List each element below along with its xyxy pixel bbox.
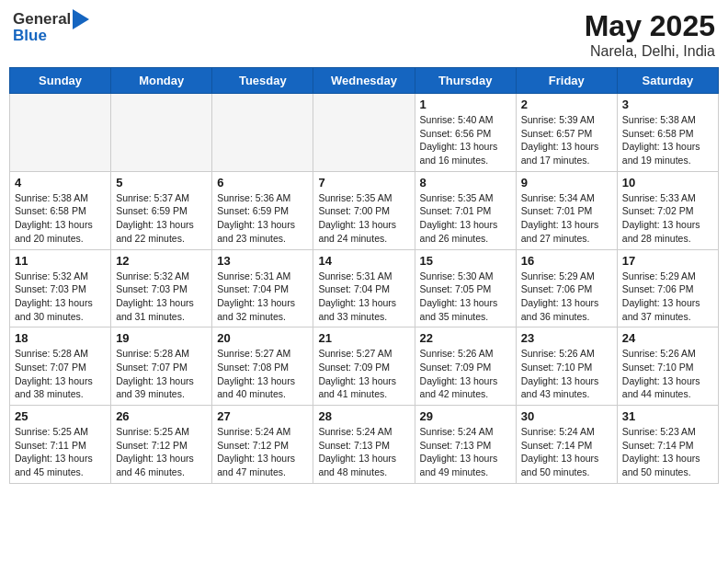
day-info: Sunrise: 5:35 AM Sunset: 7:01 PM Dayligh…: [420, 191, 511, 246]
calendar-day: 10Sunrise: 5:33 AM Sunset: 7:02 PM Dayli…: [617, 171, 718, 249]
day-header-saturday: Saturday: [617, 68, 718, 94]
calendar-day: [212, 94, 313, 172]
day-info: Sunrise: 5:25 AM Sunset: 7:11 PM Dayligh…: [15, 425, 106, 479]
day-info: Sunrise: 5:31 AM Sunset: 7:04 PM Dayligh…: [318, 270, 409, 324]
day-info: Sunrise: 5:35 AM Sunset: 7:00 PM Dayligh…: [318, 191, 409, 246]
calendar-day: 3Sunrise: 5:38 AM Sunset: 6:58 PM Daylig…: [617, 94, 718, 172]
calendar-day: 30Sunrise: 5:24 AM Sunset: 7:14 PM Dayli…: [516, 406, 617, 484]
calendar-week-row: 18Sunrise: 5:28 AM Sunset: 7:07 PM Dayli…: [10, 327, 719, 406]
day-number: 19: [116, 331, 207, 345]
calendar-day: 16Sunrise: 5:29 AM Sunset: 7:06 PM Dayli…: [516, 249, 617, 327]
day-header-sunday: Sunday: [10, 68, 111, 94]
calendar-day: 4Sunrise: 5:38 AM Sunset: 6:58 PM Daylig…: [10, 171, 111, 249]
day-number: 23: [521, 331, 612, 345]
calendar-day: 5Sunrise: 5:37 AM Sunset: 6:59 PM Daylig…: [111, 171, 212, 249]
calendar-day: 19Sunrise: 5:28 AM Sunset: 7:07 PM Dayli…: [111, 327, 212, 406]
day-info: Sunrise: 5:38 AM Sunset: 6:58 PM Dayligh…: [15, 191, 106, 246]
day-number: 7: [318, 176, 409, 190]
day-number: 5: [116, 176, 207, 190]
day-info: Sunrise: 5:38 AM Sunset: 6:58 PM Dayligh…: [622, 113, 713, 167]
day-info: Sunrise: 5:32 AM Sunset: 7:03 PM Dayligh…: [15, 270, 106, 324]
day-header-wednesday: Wednesday: [313, 68, 415, 94]
page-header: General Blue May 2025 Narela, Delhi, Ind…: [9, 9, 719, 60]
calendar-header-row: SundayMondayTuesdayWednesdayThursdayFrid…: [10, 68, 719, 94]
day-number: 10: [622, 176, 713, 190]
day-number: 24: [622, 331, 713, 345]
logo-general: General: [13, 10, 71, 29]
day-header-friday: Friday: [516, 68, 617, 94]
calendar-day: 18Sunrise: 5:28 AM Sunset: 7:07 PM Dayli…: [10, 327, 111, 406]
day-number: 1: [420, 98, 511, 111]
calendar-week-row: 11Sunrise: 5:32 AM Sunset: 7:03 PM Dayli…: [10, 249, 719, 327]
day-header-tuesday: Tuesday: [212, 68, 313, 94]
day-info: Sunrise: 5:23 AM Sunset: 7:14 PM Dayligh…: [622, 425, 713, 479]
page-title: May 2025: [585, 9, 715, 43]
day-number: 8: [420, 176, 511, 190]
page-subtitle: Narela, Delhi, India: [585, 43, 715, 60]
day-info: Sunrise: 5:33 AM Sunset: 7:02 PM Dayligh…: [622, 191, 713, 246]
day-info: Sunrise: 5:30 AM Sunset: 7:05 PM Dayligh…: [420, 270, 511, 324]
calendar-day: 20Sunrise: 5:27 AM Sunset: 7:08 PM Dayli…: [212, 327, 313, 406]
day-info: Sunrise: 5:40 AM Sunset: 6:56 PM Dayligh…: [420, 113, 511, 167]
calendar-day: 31Sunrise: 5:23 AM Sunset: 7:14 PM Dayli…: [617, 406, 718, 484]
day-info: Sunrise: 5:39 AM Sunset: 6:57 PM Dayligh…: [521, 113, 612, 167]
calendar-day: 12Sunrise: 5:32 AM Sunset: 7:03 PM Dayli…: [111, 249, 212, 327]
calendar-day: 8Sunrise: 5:35 AM Sunset: 7:01 PM Daylig…: [415, 171, 516, 249]
day-number: 6: [217, 176, 308, 190]
calendar-week-row: 4Sunrise: 5:38 AM Sunset: 6:58 PM Daylig…: [10, 171, 719, 249]
calendar-day: 21Sunrise: 5:27 AM Sunset: 7:09 PM Dayli…: [313, 327, 415, 406]
svg-marker-0: [73, 9, 89, 29]
day-number: 4: [15, 176, 106, 190]
day-info: Sunrise: 5:26 AM Sunset: 7:09 PM Dayligh…: [420, 347, 511, 401]
day-info: Sunrise: 5:27 AM Sunset: 7:08 PM Dayligh…: [217, 347, 308, 401]
calendar-day: 11Sunrise: 5:32 AM Sunset: 7:03 PM Dayli…: [10, 249, 111, 327]
calendar-day: 26Sunrise: 5:25 AM Sunset: 7:12 PM Dayli…: [111, 406, 212, 484]
day-header-thursday: Thursday: [415, 68, 516, 94]
day-info: Sunrise: 5:28 AM Sunset: 7:07 PM Dayligh…: [15, 347, 106, 401]
day-info: Sunrise: 5:34 AM Sunset: 7:01 PM Dayligh…: [521, 191, 612, 246]
day-info: Sunrise: 5:26 AM Sunset: 7:10 PM Dayligh…: [622, 347, 713, 401]
calendar-day: [111, 94, 212, 172]
day-info: Sunrise: 5:24 AM Sunset: 7:12 PM Dayligh…: [217, 425, 308, 479]
day-info: Sunrise: 5:24 AM Sunset: 7:14 PM Dayligh…: [521, 425, 612, 479]
day-number: 28: [318, 409, 409, 423]
day-number: 3: [622, 98, 713, 111]
logo: General Blue: [13, 9, 89, 45]
day-number: 31: [622, 409, 713, 423]
day-number: 18: [15, 331, 106, 345]
day-number: 20: [217, 331, 308, 345]
day-number: 15: [420, 254, 511, 268]
calendar-day: 28Sunrise: 5:24 AM Sunset: 7:13 PM Dayli…: [313, 406, 415, 484]
day-number: 14: [318, 254, 409, 268]
calendar-day: 13Sunrise: 5:31 AM Sunset: 7:04 PM Dayli…: [212, 249, 313, 327]
day-info: Sunrise: 5:28 AM Sunset: 7:07 PM Dayligh…: [116, 347, 207, 401]
calendar-day: 9Sunrise: 5:34 AM Sunset: 7:01 PM Daylig…: [516, 171, 617, 249]
day-info: Sunrise: 5:37 AM Sunset: 6:59 PM Dayligh…: [116, 191, 207, 246]
day-number: 22: [420, 331, 511, 345]
day-info: Sunrise: 5:32 AM Sunset: 7:03 PM Dayligh…: [116, 270, 207, 324]
calendar-week-row: 25Sunrise: 5:25 AM Sunset: 7:11 PM Dayli…: [10, 406, 719, 484]
calendar-day: 29Sunrise: 5:24 AM Sunset: 7:13 PM Dayli…: [415, 406, 516, 484]
calendar-day: 1Sunrise: 5:40 AM Sunset: 6:56 PM Daylig…: [415, 94, 516, 172]
day-header-monday: Monday: [111, 68, 212, 94]
day-info: Sunrise: 5:31 AM Sunset: 7:04 PM Dayligh…: [217, 270, 308, 324]
day-info: Sunrise: 5:25 AM Sunset: 7:12 PM Dayligh…: [116, 425, 207, 479]
day-number: 16: [521, 254, 612, 268]
day-number: 27: [217, 409, 308, 423]
day-number: 26: [116, 409, 207, 423]
calendar-day: 23Sunrise: 5:26 AM Sunset: 7:10 PM Dayli…: [516, 327, 617, 406]
calendar-week-row: 1Sunrise: 5:40 AM Sunset: 6:56 PM Daylig…: [10, 94, 719, 172]
calendar-day: 22Sunrise: 5:26 AM Sunset: 7:09 PM Dayli…: [415, 327, 516, 406]
day-info: Sunrise: 5:26 AM Sunset: 7:10 PM Dayligh…: [521, 347, 612, 401]
day-number: 11: [15, 254, 106, 268]
calendar-day: 7Sunrise: 5:35 AM Sunset: 7:00 PM Daylig…: [313, 171, 415, 249]
calendar-day: 24Sunrise: 5:26 AM Sunset: 7:10 PM Dayli…: [617, 327, 718, 406]
day-info: Sunrise: 5:27 AM Sunset: 7:09 PM Dayligh…: [318, 347, 409, 401]
day-number: 9: [521, 176, 612, 190]
day-info: Sunrise: 5:29 AM Sunset: 7:06 PM Dayligh…: [622, 270, 713, 324]
calendar-day: [10, 94, 111, 172]
day-number: 13: [217, 254, 308, 268]
calendar-day: 15Sunrise: 5:30 AM Sunset: 7:05 PM Dayli…: [415, 249, 516, 327]
calendar-table: SundayMondayTuesdayWednesdayThursdayFrid…: [9, 67, 719, 484]
calendar-day: 27Sunrise: 5:24 AM Sunset: 7:12 PM Dayli…: [212, 406, 313, 484]
